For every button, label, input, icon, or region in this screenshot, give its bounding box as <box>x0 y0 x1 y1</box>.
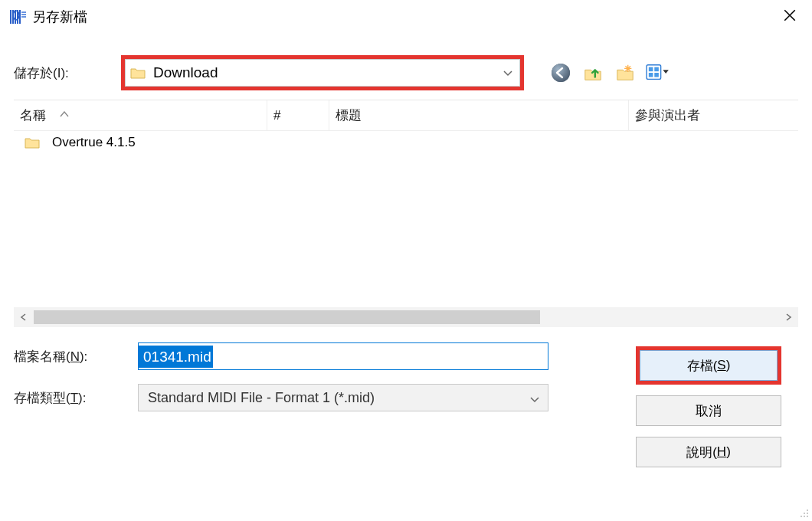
svg-rect-4 <box>647 65 661 80</box>
column-number[interactable]: # <box>267 108 329 123</box>
svg-point-14 <box>807 516 808 517</box>
views-button[interactable] <box>645 61 670 85</box>
close-button[interactable] <box>777 5 803 29</box>
save-as-dialog: 另存新檔 儲存於(I): Download <box>0 0 812 521</box>
dialog-title: 另存新檔 <box>32 8 777 26</box>
scroll-right-icon[interactable] <box>778 307 798 327</box>
chevron-down-icon <box>529 392 540 403</box>
list-header: 名稱 # 標題 參與演出者 <box>14 100 798 131</box>
folder-name: Download <box>153 64 503 81</box>
filename-value: 01341.mid <box>139 346 213 368</box>
help-button[interactable]: 說明(H) <box>636 437 781 467</box>
scroll-left-icon[interactable] <box>14 307 34 327</box>
save-button[interactable]: 存檔(S) <box>640 350 778 381</box>
column-artist-label: 參與演出者 <box>635 108 700 123</box>
new-folder-button[interactable] <box>613 61 637 85</box>
save-in-label: 儲存於(I): <box>14 64 106 82</box>
item-name: Overtrue 4.1.5 <box>52 135 136 150</box>
filetype-label: 存檔類型(T): <box>14 389 121 407</box>
filetype-value: Standard MIDI File - Format 1 (*.mid) <box>148 390 375 406</box>
column-title-label: 標題 <box>336 108 362 123</box>
column-name[interactable]: 名稱 <box>14 106 267 124</box>
app-icon <box>9 8 28 26</box>
list-body[interactable]: Overtrue 4.1.5 <box>14 131 798 307</box>
svg-point-12 <box>801 516 802 517</box>
column-title[interactable]: 標題 <box>329 106 628 124</box>
svg-rect-8 <box>654 73 659 77</box>
cancel-button[interactable]: 取消 <box>636 395 781 426</box>
svg-rect-6 <box>654 67 659 72</box>
svg-rect-5 <box>649 67 653 72</box>
folder-icon <box>130 67 146 79</box>
resize-grip-icon[interactable] <box>797 506 809 518</box>
svg-point-13 <box>804 516 805 517</box>
folder-dropdown[interactable]: Download <box>125 59 520 87</box>
scroll-track[interactable] <box>34 310 778 324</box>
back-button[interactable] <box>548 61 573 85</box>
column-artist[interactable]: 參與演出者 <box>629 106 798 124</box>
folder-icon <box>25 136 40 149</box>
chevron-down-icon <box>503 67 513 78</box>
up-one-level-button[interactable] <box>581 61 605 85</box>
file-list: 名稱 # 標題 參與演出者 <box>14 100 798 327</box>
action-buttons: 存檔(S) 取消 說明(H) <box>636 346 781 467</box>
nav-toolbar <box>548 61 670 85</box>
scroll-thumb[interactable] <box>34 310 540 324</box>
list-item[interactable]: Overtrue 4.1.5 <box>14 131 798 154</box>
sort-asc-icon <box>60 106 69 112</box>
save-button-highlight: 存檔(S) <box>636 346 781 385</box>
column-name-label: 名稱 <box>20 106 46 124</box>
horizontal-scrollbar[interactable] <box>14 307 798 327</box>
svg-point-11 <box>807 513 808 514</box>
folder-dropdown-highlight: Download <box>121 55 524 90</box>
column-number-label: # <box>273 108 280 123</box>
filename-label: 檔案名稱(N): <box>14 348 121 365</box>
filename-input[interactable]: 01341.mid <box>138 342 548 370</box>
filetype-dropdown[interactable]: Standard MIDI File - Format 1 (*.mid) <box>138 384 548 411</box>
svg-point-2 <box>552 64 570 82</box>
svg-point-9 <box>807 510 808 511</box>
svg-point-10 <box>804 513 805 514</box>
svg-rect-7 <box>649 73 653 77</box>
title-bar: 另存新檔 <box>0 0 812 32</box>
save-in-row: 儲存於(I): Download <box>14 41 798 90</box>
